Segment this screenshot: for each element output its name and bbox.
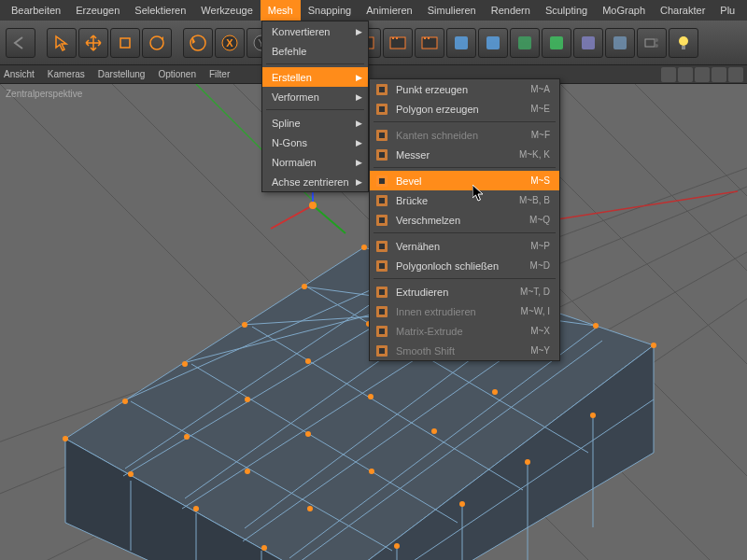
stitch-icon bbox=[374, 238, 390, 255]
menuitem-normalen[interactable]: Normalen▶ bbox=[262, 152, 368, 172]
submenu-arrow-icon: ▶ bbox=[356, 73, 362, 82]
menuitem-kanten-schneiden[interactable]: Kanten schneidenM~F bbox=[370, 125, 559, 145]
erstellen-submenu[interactable]: Punkt erzeugenM~APolygon erzeugenM~EKant… bbox=[369, 78, 560, 361]
shortcut-label: M~W, I bbox=[493, 306, 550, 316]
render5-button[interactable] bbox=[415, 28, 444, 58]
plane-button[interactable] bbox=[605, 28, 635, 58]
render4-button[interactable] bbox=[383, 28, 413, 58]
sphere-button[interactable] bbox=[478, 28, 508, 58]
svg-point-104 bbox=[492, 389, 498, 395]
recent-button[interactable] bbox=[183, 28, 213, 58]
menuitem-polygon-erzeugen[interactable]: Polygon erzeugenM~E bbox=[370, 99, 559, 119]
viewport-label: Zentralperspektive bbox=[6, 89, 82, 99]
menuitem-extrudieren[interactable]: ExtrudierenM~T, D bbox=[370, 282, 559, 301]
menuitem-matrix-extrude[interactable]: Matrix-ExtrudeM~X bbox=[370, 321, 559, 341]
svg-rect-134 bbox=[379, 309, 385, 315]
select-button[interactable] bbox=[47, 28, 77, 58]
svg-rect-132 bbox=[379, 289, 385, 295]
subbar-optionen[interactable]: Optionen bbox=[158, 69, 196, 79]
menuitem-spline[interactable]: Spline▶ bbox=[262, 113, 368, 133]
menu-selektieren[interactable]: Selektieren bbox=[127, 0, 193, 21]
svg-point-100 bbox=[368, 394, 374, 399]
shortcut-label: M~X bbox=[502, 326, 550, 336]
menu-bearbeiten[interactable]: Bearbeiten bbox=[4, 0, 68, 21]
svg-point-93 bbox=[184, 434, 190, 440]
subbar-ansicht[interactable]: Ansicht bbox=[4, 69, 35, 79]
svg-rect-126 bbox=[379, 217, 385, 223]
menuitem-befehle[interactable]: Befehle bbox=[262, 41, 368, 61]
submenu-arrow-icon: ▶ bbox=[356, 138, 362, 147]
bevel-icon bbox=[374, 173, 390, 189]
cloth-button[interactable] bbox=[573, 28, 603, 58]
svg-point-76 bbox=[651, 343, 656, 348]
menu-mograph[interactable]: MoGraph bbox=[595, 0, 653, 21]
menuitem-vern-hen[interactable]: VernähenM~P bbox=[370, 236, 559, 256]
main-menubar[interactable]: BearbeitenErzeugenSelektierenWerkzeugeMe… bbox=[0, 0, 747, 21]
shortcut-label: M~T, D bbox=[492, 287, 550, 297]
menuitem-smooth-shift[interactable]: Smooth ShiftM~Y bbox=[370, 341, 559, 360]
menu-simulieren[interactable]: Simulieren bbox=[420, 0, 484, 21]
menuitem-polygonloch-schlie-en[interactable]: Polygonloch schließenM~D bbox=[370, 256, 559, 275]
menuitem-erstellen[interactable]: Erstellen▶ bbox=[262, 67, 368, 87]
shortcut-label: M~S bbox=[502, 175, 550, 186]
viewport-icon[interactable] bbox=[695, 67, 710, 82]
menu-plu[interactable]: Plu bbox=[712, 0, 742, 21]
emitter-button[interactable] bbox=[542, 28, 571, 58]
svg-line-43 bbox=[560, 84, 747, 271]
undo-button[interactable] bbox=[6, 28, 35, 58]
svg-point-98 bbox=[369, 469, 374, 474]
menuitem-innen-extrudieren[interactable]: Innen extrudierenM~W, I bbox=[370, 301, 559, 321]
menu-animieren[interactable]: Animieren bbox=[359, 0, 420, 21]
svg-rect-0 bbox=[120, 38, 130, 48]
menuitem-konvertieren[interactable]: Konvertieren▶ bbox=[262, 21, 368, 41]
svg-point-31 bbox=[679, 36, 688, 46]
svg-rect-138 bbox=[379, 348, 385, 354]
menuitem-messer[interactable]: MesserM~K, K bbox=[370, 145, 559, 164]
viewport-icon[interactable] bbox=[661, 67, 676, 82]
viewport-icon[interactable] bbox=[728, 67, 743, 82]
viewport-icon[interactable] bbox=[712, 67, 726, 82]
melt-icon bbox=[374, 212, 390, 229]
menu-rendern[interactable]: Rendern bbox=[484, 0, 538, 21]
menu-sculpting[interactable]: Sculpting bbox=[538, 0, 595, 21]
menuitem-achse-zentrieren[interactable]: Achse zentrieren▶ bbox=[262, 172, 368, 191]
svg-rect-25 bbox=[550, 36, 563, 49]
svg-line-110 bbox=[271, 205, 313, 229]
torus-button[interactable] bbox=[510, 28, 540, 58]
rotate-button[interactable] bbox=[142, 28, 172, 58]
move-button[interactable] bbox=[78, 28, 108, 58]
close-icon bbox=[374, 258, 390, 274]
menu-mesh[interactable]: Mesh bbox=[261, 0, 301, 21]
menu-werkzeuge[interactable]: Werkzeuge bbox=[193, 0, 260, 21]
subbar-darstellung[interactable]: Darstellung bbox=[98, 69, 146, 79]
menuitem-punkt-erzeugen[interactable]: Punkt erzeugenM~A bbox=[370, 79, 559, 99]
menuitem-verschmelzen[interactable]: VerschmelzenM~Q bbox=[370, 210, 559, 230]
main-toolbar: X Y bbox=[0, 21, 747, 65]
menuitem-verformen[interactable]: Verformen▶ bbox=[262, 87, 368, 106]
svg-rect-120 bbox=[379, 152, 385, 158]
svg-rect-20 bbox=[424, 37, 426, 39]
menu-charakter[interactable]: Charakter bbox=[653, 0, 712, 21]
viewport-icon[interactable] bbox=[678, 67, 693, 82]
xaxis-button[interactable]: X bbox=[215, 28, 245, 58]
mesh-menu[interactable]: Konvertieren▶BefehleErstellen▶Verformen▶… bbox=[261, 21, 369, 192]
cube-button[interactable] bbox=[446, 28, 476, 58]
menuitem-bevel[interactable]: BevelM~S bbox=[370, 171, 559, 190]
subbar-kameras[interactable]: Kameras bbox=[48, 69, 85, 79]
svg-point-91 bbox=[525, 459, 530, 465]
svg-rect-24 bbox=[518, 36, 531, 49]
menu-erzeugen[interactable]: Erzeugen bbox=[68, 0, 127, 21]
submenu-arrow-icon: ▶ bbox=[356, 27, 362, 36]
svg-rect-114 bbox=[379, 87, 385, 92]
scale-button[interactable] bbox=[110, 28, 140, 58]
menuitem-n-gons[interactable]: N-Gons▶ bbox=[262, 133, 368, 152]
light-button[interactable] bbox=[669, 28, 698, 58]
menuitem-br-cke[interactable]: BrückeM~B, B bbox=[370, 190, 559, 210]
menu-snapping[interactable]: Snapping bbox=[301, 0, 359, 21]
svg-point-112 bbox=[309, 202, 317, 209]
subbar-filter[interactable]: Filter bbox=[209, 69, 230, 79]
svg-point-96 bbox=[245, 397, 250, 402]
svg-rect-136 bbox=[379, 329, 385, 334]
svg-point-85 bbox=[593, 323, 599, 329]
camera-button[interactable] bbox=[637, 28, 667, 58]
